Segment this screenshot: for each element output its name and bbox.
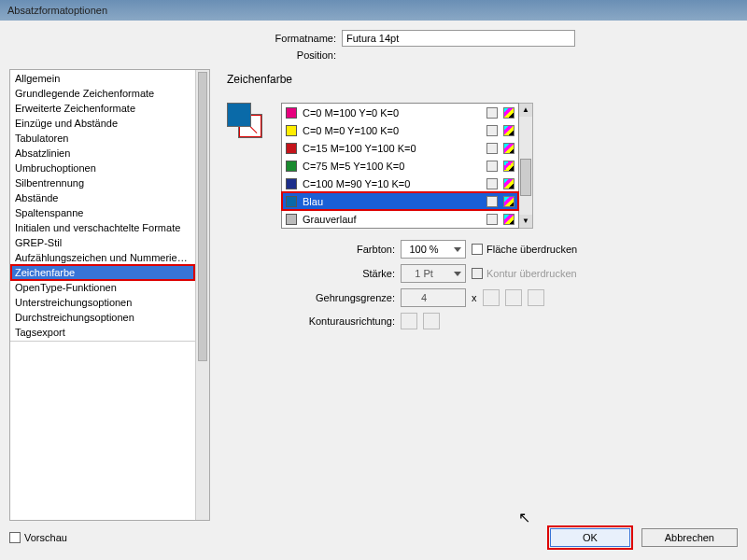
dropdown-icon[interactable] — [454, 247, 461, 252]
fill-proxy[interactable] — [227, 103, 251, 127]
sidebar-item[interactable]: Umbruchoptionen — [11, 161, 194, 175]
sidebar-item[interactable]: Aufzählungszeichen und Nummerierung — [11, 250, 194, 265]
ok-button[interactable]: OK — [550, 528, 630, 547]
cmyk-icon — [503, 125, 514, 136]
cmyk-icon — [503, 107, 514, 119]
sidebar-item[interactable]: OpenType-Funktionen — [11, 280, 194, 295]
dropdown-icon — [454, 272, 461, 276]
swatch-item[interactable]: C=0 M=100 Y=0 K=0 — [282, 104, 518, 121]
category-sidebar: AllgemeinGrundlegende ZeichenformateErwe… — [9, 69, 210, 521]
cancel-button[interactable]: Abbrechen — [641, 528, 738, 547]
swatch-type-icon — [486, 107, 498, 119]
miter-input — [401, 288, 466, 307]
swatch-type-icon — [486, 125, 498, 136]
swatch-item[interactable]: C=15 M=100 Y=100 K=0 — [282, 139, 518, 157]
tint-input[interactable] — [401, 240, 466, 259]
swatch-item[interactable]: C=75 M=5 Y=100 K=0 — [282, 157, 518, 175]
window-title: Absatzformatoptionen — [7, 5, 107, 16]
sidebar-item[interactable]: Durchstreichungsoptionen — [11, 310, 194, 325]
sidebar-item[interactable]: GREP-Stil — [11, 235, 194, 250]
align-center-icon — [401, 313, 417, 329]
overprint-fill-checkbox[interactable]: Fläche überdrucken — [472, 244, 577, 255]
sidebar-scroll-thumb[interactable] — [198, 72, 207, 361]
swatch-type-icon — [486, 161, 498, 172]
sidebar-item[interactable]: Grundlegende Zeichenformate — [11, 86, 194, 101]
swatch-item[interactable]: C=100 M=90 Y=10 K=0 — [282, 175, 518, 192]
miter-suffix: x — [472, 292, 477, 303]
cmyk-icon — [503, 214, 514, 225]
formatname-input[interactable] — [342, 30, 575, 47]
swatch-type-icon — [486, 178, 498, 189]
swatch-type-icon — [486, 214, 498, 225]
fill-stroke-proxy[interactable] — [227, 103, 262, 138]
scroll-down-icon[interactable]: ▼ — [519, 215, 532, 228]
swatch-scrollbar[interactable]: ▲ ▼ — [519, 103, 533, 229]
sidebar-scrollbar[interactable] — [195, 70, 209, 520]
stroke-label: Stärke: — [283, 268, 395, 279]
sidebar-item[interactable]: Einzüge und Abstände — [11, 116, 194, 131]
align-inside-icon — [423, 313, 440, 329]
stroke-align-label: Konturausrichtung: — [283, 315, 395, 327]
swatch-scroll-thumb[interactable] — [520, 159, 531, 196]
scroll-up-icon[interactable]: ▲ — [519, 104, 532, 117]
cmyk-icon — [503, 143, 514, 154]
sidebar-preview-area — [10, 341, 195, 462]
overprint-stroke-checkbox: Kontur überdrucken — [472, 268, 577, 279]
section-title: Zeichenfarbe — [227, 73, 738, 86]
swatch-type-icon — [486, 143, 498, 154]
sidebar-item[interactable]: Silbentrennung — [11, 175, 194, 190]
cmyk-icon — [503, 196, 514, 207]
sidebar-item[interactable]: Erweiterte Zeichenformate — [11, 101, 194, 116]
top-form: Formatname: Position: — [252, 30, 738, 63]
swatch-list[interactable]: C=0 M=100 Y=0 K=0C=0 M=0 Y=100 K=0C=15 M… — [281, 103, 519, 229]
join-miter-icon — [483, 289, 500, 306]
dialog-body: Formatname: Position: AllgemeinGrundlege… — [0, 21, 747, 556]
position-label: Position: — [252, 49, 336, 61]
color-controls: Farbton: Fläche überdrucken Stärke: — [283, 240, 738, 329]
join-round-icon — [505, 289, 522, 306]
preview-checkbox[interactable]: Vorschau — [9, 532, 67, 543]
swatch-item[interactable]: C=0 M=0 Y=100 K=0 — [282, 121, 518, 139]
tint-label: Farbton: — [283, 244, 395, 255]
sidebar-item[interactable]: Zeichenfarbe — [11, 265, 194, 280]
miter-label: Gehrungsgrenze: — [283, 292, 395, 303]
swatch-item[interactable]: Grauverlauf — [282, 210, 518, 228]
sidebar-item[interactable]: Tabulatoren — [11, 131, 194, 146]
main-panel: Zeichenfarbe C=0 M=100 Y=0 K=0C=0 M=0 Y=… — [227, 69, 738, 521]
sidebar-item[interactable]: Unterstreichungsoptionen — [11, 295, 194, 310]
cmyk-icon — [503, 161, 514, 172]
formatname-label: Formatname: — [252, 33, 336, 44]
sidebar-item[interactable]: Abstände — [11, 190, 194, 205]
sidebar-item[interactable]: Initialen und verschachtelte Formate — [11, 220, 194, 235]
join-bevel-icon — [528, 289, 544, 306]
titlebar: Absatzformatoptionen — [0, 0, 747, 21]
sidebar-item[interactable]: Tagsexport — [11, 325, 194, 340]
stroke-input — [401, 264, 466, 283]
sidebar-item[interactable]: Spaltenspanne — [11, 205, 194, 220]
sidebar-item[interactable]: Absatzlinien — [11, 146, 194, 161]
sidebar-item[interactable]: Allgemein — [11, 71, 194, 86]
dialog-footer: Vorschau OK Abbrechen — [9, 521, 738, 547]
swatch-item[interactable]: Blau — [282, 192, 518, 210]
swatch-type-icon — [486, 196, 498, 207]
cmyk-icon — [503, 178, 514, 189]
